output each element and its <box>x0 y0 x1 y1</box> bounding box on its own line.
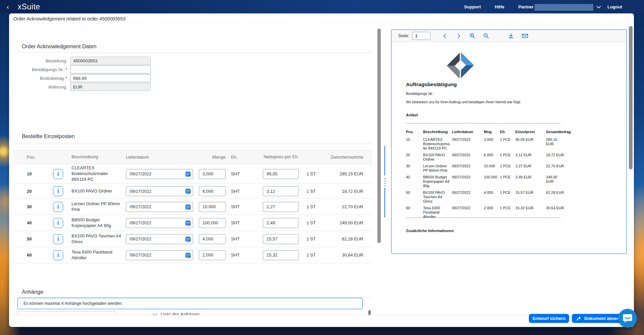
pdf-title: Auftragsbestätigung <box>406 81 457 88</box>
pdf-viewer-panel: Seite: <box>391 30 627 254</box>
item-unit: SHT <box>231 189 263 194</box>
calendar-icon[interactable] <box>185 220 191 227</box>
unit-price-input[interactable] <box>263 250 299 260</box>
bestellung-label: Bestellung: <box>13 58 67 63</box>
nav-support-link[interactable]: Support <box>464 4 481 9</box>
back-icon[interactable]: ‹ <box>7 3 9 10</box>
page-label: Seite: <box>398 33 409 38</box>
chat-launcher-button[interactable] <box>618 309 637 328</box>
nav-logout-link[interactable]: Logout <box>607 4 622 9</box>
calendar-icon[interactable] <box>185 252 191 259</box>
table-row: 10 i CLEARTEX Bodenschutzmatte 89X119 PC… <box>13 164 372 184</box>
item-pos: 30 <box>13 204 53 209</box>
delivery-date-input[interactable] <box>126 234 193 244</box>
quantity-input[interactable] <box>199 250 226 260</box>
item-pos: 60 <box>13 253 53 258</box>
calendar-icon[interactable] <box>185 236 191 243</box>
delivery-date-input[interactable] <box>126 218 193 228</box>
bestaetigung-label: Bestätigungs Nr.:* <box>13 67 67 72</box>
quantity-input[interactable] <box>199 234 226 244</box>
item-subtotal: 62,28 EUR <box>327 236 372 241</box>
item-unit: SHT <box>231 236 263 241</box>
calendar-icon[interactable] <box>185 188 191 195</box>
quantity-input[interactable] <box>199 202 226 212</box>
required-asterisk: * <box>65 76 67 81</box>
chat-bubble-icon <box>623 314 633 323</box>
zoom-out-icon[interactable] <box>483 33 489 39</box>
pdf-divider-dashed <box>406 218 560 218</box>
item-subtotal: 285,15 EUR <box>327 171 372 176</box>
quantity-input[interactable] <box>199 218 226 228</box>
pane-splitter-handle[interactable] <box>382 24 387 315</box>
item-per-unit: 1 ST <box>307 171 327 176</box>
save-draft-button[interactable]: Entwurf sichern <box>529 314 569 323</box>
info-icon[interactable]: i <box>53 250 63 260</box>
waehrung-label: Währung: <box>13 85 67 90</box>
download-icon[interactable] <box>508 33 514 39</box>
item-per-unit: 1 ST <box>307 253 327 258</box>
info-icon[interactable]: i <box>53 218 63 228</box>
pdf-intro-text: Wir bedanken uns für Ihren Auftrag und b… <box>406 100 521 104</box>
pdf-confirmation-label: Bestätigungs Nr.: <box>406 92 434 96</box>
item-pos: 40 <box>13 220 53 225</box>
top-bar: ‹ xSuite Support Hilfe Partner Logout <box>0 0 644 13</box>
nav-hilfe-link[interactable]: Hilfe <box>495 4 504 9</box>
delivery-date-input[interactable] <box>126 169 193 179</box>
item-description: Lerzen Ordner PP 80mm Pink <box>72 201 126 213</box>
pdf-divider-dashed <box>406 123 560 123</box>
table-row: 60 i Tesa 6300 Packband Abroller SHT 1 S… <box>13 247 372 263</box>
previous-page-icon[interactable] <box>442 33 448 39</box>
calendar-icon[interactable] <box>185 204 191 211</box>
delivery-date-input[interactable] <box>126 186 193 196</box>
table-row: 20 i BX100 PAVO Ordner SHT 1 ST 18,72 EU… <box>13 184 372 199</box>
info-icon[interactable]: i <box>53 234 63 244</box>
partner-value-redacted[interactable] <box>535 4 593 11</box>
send-arrow-icon <box>577 316 582 321</box>
delivery-date-input[interactable] <box>126 250 193 260</box>
page-number-input[interactable] <box>412 32 430 40</box>
unit-price-input[interactable] <box>263 202 299 212</box>
unit-price-input[interactable] <box>263 169 299 179</box>
pdf-items-table: Pos. Beschreibung Lieferdatum Mng. Eh. E… <box>406 130 566 221</box>
info-icon[interactable]: i <box>53 186 63 196</box>
bruttobetrag-label: Bruttobetrag:* <box>13 76 67 81</box>
form-pane: Order Acknowledgement Daten Bestellung: … <box>9 24 377 315</box>
col-header-lieferdatum: Lieferdatum <box>126 155 199 160</box>
info-icon[interactable]: i <box>53 202 63 212</box>
partner-chevron-down-icon[interactable] <box>596 5 601 10</box>
next-page-icon[interactable] <box>456 33 462 39</box>
item-pos: 20 <box>13 189 53 194</box>
pdf-table-row: 20BX100 PAVO Ordner09/27/2022 6.0001 PCE… <box>406 153 566 164</box>
calendar-icon[interactable] <box>185 171 191 178</box>
pdf-table-row: 40BB500 Budget Kopierpapier A4 80g09/27/… <box>406 175 566 190</box>
table-row: 30 i Lerzen Ordner PP 80mm Pink SHT 1 ST… <box>13 199 372 215</box>
form-pane-scrollbar[interactable] <box>377 29 381 243</box>
pdf-table-row: 60Tesa 6300 Packband Abroller09/27/2022 … <box>406 206 566 221</box>
unit-price-input[interactable] <box>263 186 299 196</box>
unit-price-input[interactable] <box>263 234 299 244</box>
email-icon[interactable] <box>522 33 528 39</box>
section-heading-oa-daten: Order Acknowledgement Daten <box>22 44 96 50</box>
unit-price-input[interactable] <box>263 218 299 228</box>
pdf-artikel-heading: Artikel <box>406 113 418 117</box>
section-divider <box>13 53 372 53</box>
item-description: BX100 PAVO Ordner <box>72 188 126 194</box>
info-icon[interactable]: i <box>53 169 63 179</box>
item-unit: SHT <box>231 204 263 209</box>
delivery-date-input[interactable] <box>126 202 193 212</box>
item-description: CLEARTEX Bodenschutzmatte 89X119 PC <box>72 165 126 182</box>
waehrung-field[interactable] <box>70 83 151 91</box>
window-title-bar: Order Acknowledgement related to order 4… <box>9 13 634 24</box>
bruttobetrag-field[interactable] <box>70 74 151 82</box>
col-header-eh: Eh. <box>231 155 263 160</box>
zoom-in-icon[interactable] <box>469 33 475 39</box>
item-subtotal: 30,64 EUR <box>327 253 372 258</box>
bestellung-field[interactable] <box>70 57 151 65</box>
viewer-pane-scrollbar[interactable] <box>629 26 633 169</box>
pdf-table-row: 10CLEARTEX Bodenschutzmatte 89X119 PC09/… <box>406 137 566 153</box>
quantity-input[interactable] <box>199 186 226 196</box>
page-title: Order Acknowledgement related to order 4… <box>13 16 126 21</box>
bestaetigung-field[interactable] <box>70 65 151 73</box>
quantity-input[interactable] <box>199 169 226 179</box>
item-per-unit: 1 ST <box>307 220 327 225</box>
